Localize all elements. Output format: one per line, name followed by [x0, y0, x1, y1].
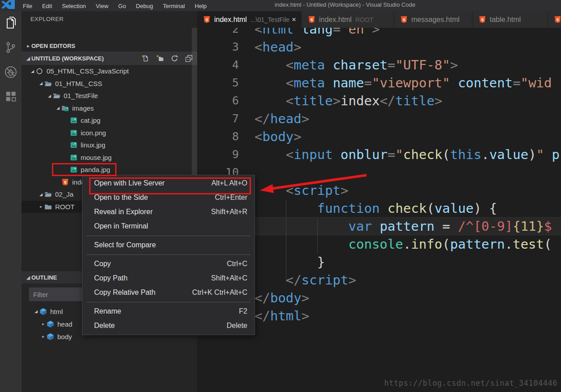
context-menu-item-shortcut: Shift+Alt+R: [211, 208, 247, 216]
context-menu-item-delete[interactable]: DeleteDelete: [82, 319, 255, 333]
tree-item-01-html-css[interactable]: ◢01_HTML_CSS: [22, 78, 197, 90]
context-menu-item-label: Delete: [94, 322, 115, 330]
context-menu-item-copy-relative-path[interactable]: Copy Relative PathCtrl+K Ctrl+Alt+C: [82, 285, 255, 300]
image-icon: [69, 153, 78, 161]
section-workspace[interactable]: ◢ UNTITLED (WORKSPACE): [22, 52, 197, 65]
vscode-logo-icon: [1, 0, 15, 11]
tab-messages-html-2[interactable]: 5messages.html: [394, 11, 472, 28]
tab-index-html-0[interactable]: 5index.html...\01_TestFile×: [197, 11, 301, 28]
code-line-15[interactable]: }: [255, 253, 560, 271]
tree-item-05-html-css-javascript[interactable]: ◢05_HTML_CSS_JavaScript: [22, 65, 197, 78]
image-icon: [69, 129, 78, 137]
code-line-16[interactable]: </script>: [255, 271, 560, 289]
svg-text:5: 5: [481, 17, 484, 22]
html5-file-icon: 5: [400, 16, 408, 23]
tree-item-label: 05_HTML_CSS_JavaScript: [47, 67, 129, 75]
menu-debug[interactable]: Debug: [131, 0, 158, 11]
context-menu-item-open-in-terminal[interactable]: Open in Terminal: [82, 219, 255, 233]
code-line-18[interactable]: </html>: [255, 307, 560, 325]
window-title: index.html - Untitled (Workspace) - Visu…: [215, 0, 475, 11]
svg-text:5: 5: [403, 17, 406, 22]
tab-table-html-3[interactable]: 5table.html: [473, 11, 547, 28]
tree-item-label: ROOT: [55, 203, 74, 211]
title-bar: FileEditSelectionViewGoDebugTerminalHelp…: [0, 0, 561, 11]
tree-item-label: 02_Ja: [55, 190, 73, 198]
new-file-icon[interactable]: [142, 55, 149, 62]
context-menu-item-label: Copy Relative Path: [94, 289, 155, 297]
context-menu-item-label: Open to the Side: [94, 194, 148, 202]
context-menu-item-reveal-in-explorer[interactable]: Reveal in ExplorerShift+Alt+R: [82, 205, 255, 219]
close-icon[interactable]: ×: [292, 16, 296, 23]
context-menu-item-copy[interactable]: CopyCtrl+C: [82, 257, 255, 271]
tree-item-mouse-jpg[interactable]: mouse.jpg: [22, 151, 197, 164]
activity-explorer[interactable]: [0, 11, 22, 36]
new-folder-icon[interactable]: [156, 55, 164, 62]
source-control-icon: [4, 41, 17, 56]
activity-debug[interactable]: [0, 60, 22, 85]
activity-extensions[interactable]: [0, 85, 22, 110]
tree-item-label: 01_HTML_CSS: [55, 80, 102, 87]
chevron-expanded-icon: ◢: [47, 94, 52, 98]
line-number-8: 8: [197, 128, 239, 146]
outline-label: OUTLINE: [31, 274, 57, 281]
chevron-collapsed-icon: ▸: [40, 322, 46, 326]
svg-text:5: 5: [206, 17, 208, 22]
context-menu-item-copy-path[interactable]: Copy PathShift+Alt+C: [82, 271, 255, 285]
menu-terminal[interactable]: Terminal: [158, 0, 190, 11]
chevron-expanded-icon: ◢: [38, 81, 44, 86]
line-number-4: 4: [197, 56, 239, 74]
tab-detail: ...\01_TestFile: [250, 16, 289, 23]
code-line-3[interactable]: <head>: [255, 38, 560, 56]
tab-title: index.html: [214, 16, 247, 24]
tree-item-01-testfile[interactable]: ◢01_TestFile: [22, 90, 197, 102]
context-menu-item-shortcut: Ctrl+K Ctrl+Alt+C: [192, 289, 247, 297]
activity-bar: [0, 11, 22, 392]
context-menu-item-label: Copy Path: [94, 274, 128, 282]
menu-help[interactable]: Help: [190, 0, 212, 11]
outline-item-label: html: [50, 308, 63, 315]
chevron-expanded-icon: ◢: [25, 275, 31, 280]
annotation-arrow: [251, 169, 372, 197]
activity-source-control[interactable]: [0, 36, 22, 60]
tab-partial-4[interactable]: 5: [548, 11, 561, 28]
code-line-9[interactable]: <input onblur="check(this.value)" p: [255, 146, 560, 164]
line-number-3: 3: [197, 38, 239, 56]
debug-icon: [4, 65, 17, 81]
tab-index-html-1[interactable]: 5index.htmlROOT: [302, 11, 393, 28]
context-menu-separator: [86, 254, 250, 255]
sidebar-title: EXPLORER: [30, 16, 64, 22]
tree-item-icon-png[interactable]: icon.png: [22, 127, 197, 139]
chevron-expanded-icon: ◢: [33, 309, 39, 314]
section-open-editors[interactable]: ▸ OPEN EDITORS: [22, 40, 197, 52]
tree-item-images[interactable]: ◢images: [22, 102, 197, 115]
context-menu-item-rename[interactable]: RenameF2: [82, 304, 255, 319]
code-line-5[interactable]: <meta name="viewport" content="wid: [255, 74, 560, 92]
tree-item-cat-jpg[interactable]: cat.jpg: [22, 114, 197, 127]
code-line-6[interactable]: <title>index</title>: [255, 92, 560, 110]
vscode-window: FileEditSelectionViewGoDebugTerminalHelp…: [0, 0, 561, 392]
refresh-icon[interactable]: [171, 55, 178, 62]
tab-bar: 5index.html...\01_TestFile×5index.htmlRO…: [197, 11, 561, 28]
context-menu-item-select-for-compare[interactable]: Select for Compare: [82, 238, 255, 252]
code-line-12[interactable]: function check(value) {: [255, 199, 560, 217]
menu-view[interactable]: View: [91, 0, 113, 11]
line-number-6: 6: [197, 92, 239, 110]
menu-selection[interactable]: Selection: [57, 0, 91, 11]
menu-edit[interactable]: Edit: [37, 0, 57, 11]
tree-item-label: 01_TestFile: [64, 92, 98, 99]
context-menu-item-shortcut: Shift+Alt+C: [211, 274, 247, 282]
menu-go[interactable]: Go: [113, 0, 131, 11]
code-line-14[interactable]: console.info(pattern.test(: [255, 235, 560, 253]
svg-text:5: 5: [311, 17, 313, 22]
code-line-8[interactable]: <body>: [255, 128, 560, 146]
code-line-13[interactable]: var pattern = /^[0-9]{11}$: [255, 217, 560, 235]
folder-open-icon: [44, 190, 52, 198]
code-line-4[interactable]: <meta charset="UTF-8">: [255, 56, 560, 74]
image-icon: [69, 141, 78, 149]
tab-detail: ROOT: [355, 16, 373, 23]
menu-file[interactable]: File: [18, 0, 37, 11]
code-line-17[interactable]: </body>: [255, 289, 560, 307]
code-line-7[interactable]: </head>: [255, 110, 560, 128]
context-menu-item-shortcut: Delete: [227, 322, 247, 330]
tree-item-linux-jpg[interactable]: linux.jpg: [22, 139, 197, 151]
